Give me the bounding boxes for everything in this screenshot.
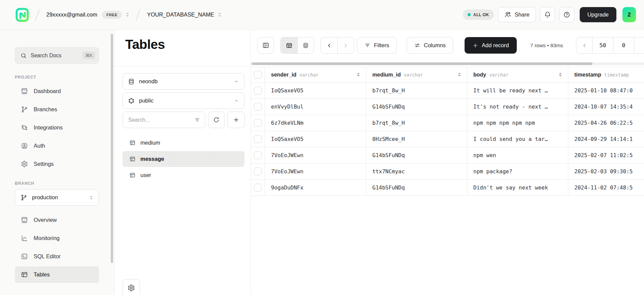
upgrade-button[interactable]: Upgrade — [580, 7, 616, 22]
columns-settings-icon — [414, 42, 420, 49]
cell-sender-id[interactable]: IoQSaxeVO5 — [265, 83, 366, 99]
cell-timestamp[interactable]: 2025-04-26 06:22:5 — [568, 115, 644, 131]
help-button[interactable] — [559, 7, 574, 22]
database-select[interactable]: neondb — [123, 73, 244, 90]
table-list-item-user[interactable]: user — [123, 167, 244, 183]
table-list-item-message[interactable]: message — [123, 151, 244, 167]
add-record-button[interactable]: Add record — [465, 37, 517, 54]
row-checkbox[interactable] — [254, 87, 262, 94]
row-checkbox[interactable] — [254, 119, 262, 127]
cell-body[interactable]: It's not ready - next … — [467, 99, 568, 115]
horizontal-scrollbar-thumb[interactable] — [252, 62, 592, 65]
columns-button[interactable]: Columns — [407, 37, 453, 54]
row-checkbox[interactable] — [254, 135, 262, 143]
search-docs-button[interactable]: Search Docs ⌘K — [15, 47, 99, 64]
status-badge[interactable]: ALL OK — [463, 9, 494, 20]
cell-timestamp[interactable]: 2024-10-07 14:35:4 — [568, 99, 644, 115]
grid-view-button[interactable] — [281, 37, 297, 53]
row-checkbox[interactable] — [254, 168, 262, 175]
horizontal-scrollbar-track[interactable] — [251, 62, 644, 65]
database-selector-icon[interactable] — [217, 12, 223, 18]
select-all-checkbox[interactable] — [254, 71, 262, 79]
column-header-body[interactable]: body varchar — [467, 67, 568, 83]
cell-medium-id[interactable]: ttx7NCmyac — [366, 164, 467, 180]
table-name: message — [140, 156, 164, 162]
cell-medium-id[interactable]: b7rqt_8w_H — [366, 115, 467, 131]
layers-view-button[interactable] — [297, 37, 314, 53]
share-button[interactable]: Share — [498, 7, 536, 22]
cell-timestamp[interactable]: 2024-11-02 07:48:5 — [568, 180, 644, 196]
column-header-timestamp[interactable]: timestamp timestamp — [568, 67, 644, 83]
refresh-tables-button[interactable] — [208, 112, 225, 128]
branch-section-title: BRANCH — [15, 181, 114, 186]
sidebar-item-auth[interactable]: Auth — [15, 138, 99, 154]
neon-logo[interactable] — [15, 7, 29, 22]
table-search-input[interactable] — [128, 117, 194, 123]
cell-sender-id[interactable]: IoQSaxeVO5 — [265, 131, 366, 147]
cell-body[interactable]: npm wen — [467, 147, 568, 164]
branch-selector[interactable]: production — [15, 189, 99, 206]
notification-count: 2 — [628, 11, 631, 18]
database-select-value: neondb — [139, 78, 229, 85]
sidebar-item-dashboard[interactable]: Dashboard — [15, 83, 99, 99]
cell-sender-id[interactable]: 7VoEoJWEwn — [265, 164, 366, 180]
panel-divider — [114, 66, 250, 66]
cell-timestamp[interactable]: 2025-01-10 08:47:0 — [568, 83, 644, 99]
cell-sender-id[interactable]: 6z7dkeVLNm — [265, 115, 366, 131]
panel-settings-button[interactable] — [123, 279, 140, 295]
chevron-right-icon — [343, 42, 349, 49]
page-offset-value[interactable]: 0 — [613, 37, 634, 53]
filters-button[interactable]: Filters — [357, 37, 397, 54]
breadcrumb-database[interactable]: YOUR_DATABASE_NAME — [147, 11, 214, 18]
breadcrumb-account[interactable]: 29xxxxx@gmail.com — [46, 11, 98, 18]
cell-sender-id[interactable]: 9ogaDuDNFx — [265, 180, 366, 196]
row-checkbox[interactable] — [254, 103, 262, 111]
sidebar-item-tables[interactable]: Tables — [15, 266, 99, 283]
sidebar-item-sql-editor[interactable]: SQL Editor — [15, 248, 99, 265]
column-header-medium-id[interactable]: medium_id varchar — [366, 67, 467, 83]
cell-medium-id[interactable]: 0HzSMcee_H — [366, 131, 467, 147]
cell-body[interactable]: Didn't we say next week — [467, 180, 568, 196]
sidebar-item-settings[interactable]: Settings — [15, 156, 99, 172]
chevron-left-icon — [326, 42, 332, 49]
row-checkbox[interactable] — [254, 184, 262, 191]
add-record-label: Add record — [482, 42, 509, 49]
pagination-prev-button[interactable] — [576, 37, 592, 53]
cell-body[interactable]: It will be ready next … — [467, 83, 568, 99]
filters-label: Filters — [374, 42, 389, 49]
sidebar-scrollbar[interactable] — [111, 34, 113, 263]
sidebar-item-branches[interactable]: Branches — [15, 101, 99, 118]
columns-label: Columns — [424, 42, 446, 49]
cell-body[interactable]: npm package? — [467, 164, 568, 180]
row-checkbox[interactable] — [254, 151, 262, 159]
table-list-item-medium[interactable]: medium — [123, 135, 244, 151]
forward-button[interactable] — [337, 37, 354, 53]
cell-medium-id[interactable]: G14bSFuNDq — [366, 99, 467, 115]
column-header-sender-id[interactable]: sender_id varchar — [265, 67, 366, 83]
table-search[interactable] — [123, 112, 205, 128]
schema-select[interactable]: public — [123, 92, 244, 109]
cell-sender-id[interactable]: enVvyDlBul — [265, 99, 366, 115]
sidebar-item-label: SQL Editor — [34, 253, 61, 260]
back-button[interactable] — [321, 37, 337, 53]
account-selector-icon[interactable] — [125, 12, 130, 18]
page-size-value[interactable]: 50 — [592, 37, 613, 53]
cell-body[interactable]: I could send you a tar… — [467, 131, 568, 147]
notification-count-badge[interactable]: 2 — [622, 7, 636, 22]
pagination-next-button[interactable] — [634, 37, 644, 53]
cell-medium-id[interactable]: G14bSFuNDq — [366, 147, 467, 164]
add-table-button[interactable] — [227, 112, 245, 128]
cell-medium-id[interactable]: G14bSFuNDq — [366, 180, 467, 196]
cell-timestamp[interactable]: 2024-09-29 14:14:1 — [568, 131, 644, 147]
sidebar-item-integrations[interactable]: Integrations — [15, 119, 99, 136]
cell-timestamp[interactable]: 2025-02-03 09:30:5 — [568, 164, 644, 180]
sidebar-item-overview[interactable]: Overview — [15, 212, 99, 228]
sidebar-item-monitoring[interactable]: Monitoring — [15, 230, 99, 246]
notifications-button[interactable] — [540, 7, 555, 22]
cell-sender-id[interactable]: 7VoEoJWEwn — [265, 147, 366, 164]
collapse-panel-button[interactable] — [258, 37, 274, 54]
cell-body[interactable]: npm npm npm npm npm — [467, 115, 568, 131]
cell-medium-id[interactable]: b7rqt_8w_H — [366, 83, 467, 99]
sidebar-item-label: Branches — [34, 106, 57, 113]
cell-timestamp[interactable]: 2025-02-07 11:02:5 — [568, 147, 644, 164]
